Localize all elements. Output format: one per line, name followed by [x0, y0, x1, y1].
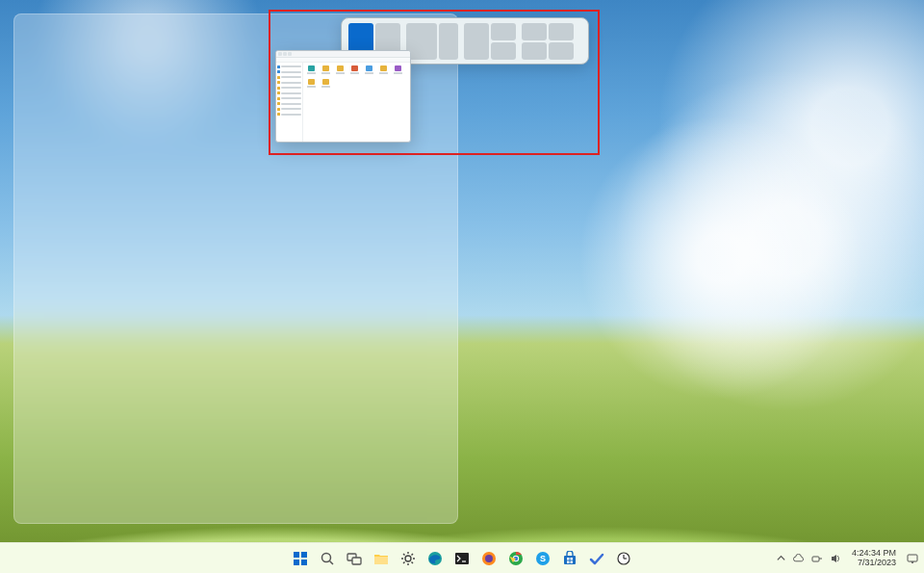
svg-line-5: [330, 560, 334, 564]
edge-button[interactable]: [424, 547, 447, 570]
svg-rect-3: [301, 560, 307, 565]
svg-line-16: [403, 561, 405, 563]
snap-zone-bottom-left[interactable]: [522, 42, 547, 60]
system-tray: 4:24:34 PM 7/31/2023: [775, 543, 918, 573]
svg-line-15: [412, 561, 414, 563]
file-explorer-drag-thumbnail[interactable]: [275, 50, 411, 143]
taskbar-center: S: [289, 547, 635, 570]
snap-zone-top-left[interactable]: [522, 23, 547, 40]
svg-rect-0: [294, 552, 299, 558]
svg-rect-28: [564, 556, 576, 564]
firefox-button[interactable]: [477, 547, 500, 570]
snap-zone-bottom-right[interactable]: [491, 42, 516, 60]
snap-zone-top-right[interactable]: [491, 23, 516, 40]
svg-rect-31: [567, 560, 570, 563]
svg-rect-32: [571, 560, 574, 563]
snap-zone-top-right[interactable]: [549, 23, 574, 40]
explorer-titlebar: [276, 51, 410, 58]
skype-button[interactable]: S: [531, 547, 554, 570]
network-tray-icon[interactable]: [811, 552, 824, 564]
snap-zone-bottom-right[interactable]: [549, 42, 574, 60]
svg-rect-29: [567, 558, 570, 560]
snap-zone-right-small[interactable]: [439, 23, 458, 60]
search-button[interactable]: [316, 547, 339, 570]
svg-point-9: [405, 556, 411, 561]
explorer-main-pane: [303, 63, 410, 142]
notifications-tray-icon[interactable]: [906, 552, 918, 564]
svg-point-22: [485, 555, 493, 562]
svg-rect-30: [571, 558, 574, 560]
chrome-button[interactable]: [504, 547, 527, 570]
svg-rect-8: [374, 557, 388, 564]
terminal-button[interactable]: [450, 547, 474, 570]
snap-layout-split-two-left-large[interactable]: [406, 23, 458, 60]
svg-point-4: [322, 553, 331, 561]
snap-zone-left-half[interactable]: [464, 23, 489, 60]
svg-line-17: [412, 554, 414, 556]
volume-tray-icon[interactable]: [830, 552, 842, 564]
taskbar-date: 7/31/2023: [852, 559, 896, 567]
todo-button[interactable]: [585, 547, 608, 570]
svg-rect-1: [301, 552, 307, 558]
svg-rect-38: [908, 555, 917, 561]
onedrive-tray-icon[interactable]: [793, 552, 806, 564]
task-view-button[interactable]: [343, 547, 366, 570]
file-explorer-button[interactable]: [370, 547, 393, 570]
explorer-sidebar: [276, 63, 303, 142]
store-button[interactable]: [558, 547, 581, 570]
svg-rect-2: [294, 560, 299, 565]
settings-button[interactable]: [397, 547, 420, 570]
svg-rect-19: [455, 553, 469, 564]
svg-rect-36: [812, 557, 819, 561]
svg-rect-7: [352, 558, 361, 564]
snap-layout-four-quarters[interactable]: [522, 23, 574, 60]
svg-text:S: S: [540, 554, 546, 563]
desktop[interactable]: S 4:24: [0, 0, 924, 573]
taskbar: S 4:24: [0, 542, 924, 573]
tray-chevron-icon[interactable]: [775, 552, 787, 564]
svg-line-14: [403, 554, 405, 556]
start-button[interactable]: [289, 547, 312, 570]
taskbar-clock[interactable]: 4:24:34 PM 7/31/2023: [848, 549, 900, 567]
clock-app-button[interactable]: [612, 547, 635, 570]
snap-layout-left-half-right-stack[interactable]: [464, 23, 516, 60]
